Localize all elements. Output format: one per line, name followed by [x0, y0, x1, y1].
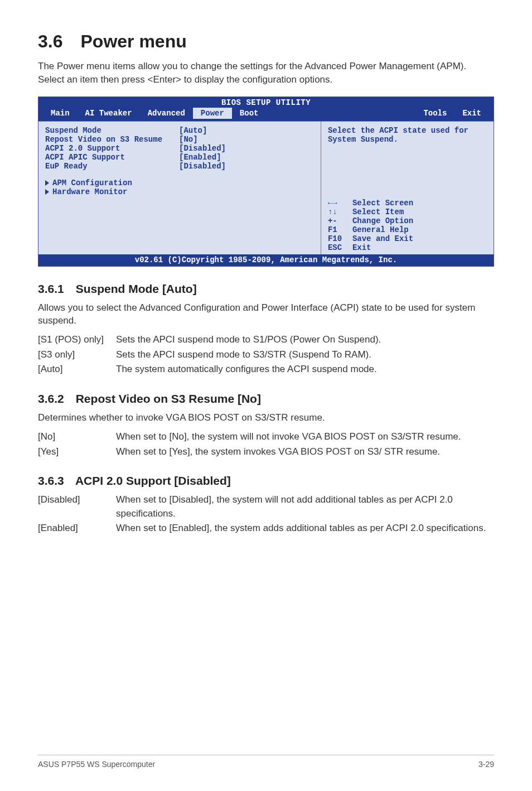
bios-footer: v02.61 (C)Copyright 1985-2009, American …: [38, 254, 494, 266]
bios-tab-main: Main: [43, 108, 78, 119]
help-row: ←→Select Screen: [328, 199, 488, 208]
triangle-icon: [45, 189, 49, 195]
bios-item-value: [Disabled]: [179, 162, 226, 171]
bios-item-repost: Repost Video on S3 Resume [No]: [45, 135, 315, 144]
bios-submenu-hw: Hardware Monitor: [45, 187, 315, 196]
opt-key: [Yes]: [38, 445, 116, 459]
help-row: ESCExit: [328, 243, 488, 252]
opt-key: [S1 (POS) only]: [38, 333, 116, 347]
bios-tab-exit: Exit: [454, 108, 489, 119]
page-title: 3.6 Power menu: [38, 31, 494, 52]
triangle-icon: [45, 180, 49, 186]
bios-submenu-label: Hardware Monitor: [52, 187, 127, 196]
bios-help-keys: ←→Select Screen ↑↓Select Item +-Change O…: [328, 199, 488, 252]
opt-disabled: [Disabled]When set to [Disabled], the sy…: [38, 493, 494, 520]
footer-left: ASUS P7P55 WS Supercomputer: [38, 760, 155, 769]
help-key: ESC: [328, 243, 352, 252]
bios-tab-tools: Tools: [415, 108, 454, 119]
bios-tab-advanced: Advanced: [140, 108, 193, 119]
opt-val: The system automatically configures the …: [116, 363, 494, 377]
bios-item-value: [Disabled]: [179, 144, 226, 153]
para-362: Determines whether to invoke VGA BIOS PO…: [38, 411, 494, 425]
help-key: +-: [328, 216, 352, 225]
bios-submenu-label: APM Configuration: [52, 179, 132, 187]
bios-item-label: Repost Video on S3 Resume: [45, 135, 179, 144]
bios-header: BIOS SETUP UTILITY: [38, 97, 494, 108]
tab-spacer: [266, 108, 415, 119]
bios-help-description: Select the ACPI state used for System Su…: [328, 126, 488, 144]
bios-tab-row: Main AI Tweaker Advanced Power Boot Tool…: [38, 108, 494, 121]
bios-item-label: EuP Ready: [45, 162, 179, 171]
opt-val: Sets the APCI suspend mode to S1/POS (Po…: [116, 333, 494, 347]
help-value: Select Screen: [352, 199, 413, 208]
bios-item-eup: EuP Ready [Disabled]: [45, 162, 315, 171]
help-value: Select Item: [352, 208, 404, 216]
opt-key: [Enabled]: [38, 522, 116, 536]
bios-item-label: Suspend Mode: [45, 126, 179, 135]
opt-val: Sets the APCI suspend mode to S3/STR (Su…: [116, 348, 494, 362]
heading-363: 3.6.3 ACPI 2.0 Support [Disabled]: [38, 474, 494, 488]
bios-item-label: ACPI APIC Support: [45, 153, 179, 162]
bios-item-value: [Enabled]: [179, 153, 221, 162]
help-key: ↑↓: [328, 208, 352, 216]
intro-text: The Power menu items allow you to change…: [38, 60, 494, 86]
help-row: F1General Help: [328, 225, 488, 234]
help-row: F10Save and Exit: [328, 234, 488, 243]
bios-item-value: [No]: [179, 135, 198, 144]
bios-submenu-apm: APM Configuration: [45, 179, 315, 187]
help-key: F10: [328, 234, 352, 243]
bios-body: Suspend Mode [Auto] Repost Video on S3 R…: [38, 121, 494, 254]
heading-362: 3.6.2 Repost Video on S3 Resume [No]: [38, 392, 494, 406]
opt-auto: [Auto]The system automatically configure…: [38, 363, 494, 377]
help-key: F1: [328, 225, 352, 234]
para-361: Allows you to select the Advanced Config…: [38, 301, 494, 328]
bios-submenu-group: APM Configuration Hardware Monitor: [45, 179, 315, 196]
bios-item-value: [Auto]: [179, 126, 207, 135]
footer-right: 3-29: [478, 760, 494, 769]
bios-item-acpi20: ACPI 2.0 Support [Disabled]: [45, 144, 315, 153]
help-row: ↑↓Select Item: [328, 208, 488, 216]
opt-yes: [Yes]When set to [Yes], the system invok…: [38, 445, 494, 459]
opt-s1pos: [S1 (POS) only]Sets the APCI suspend mod…: [38, 333, 494, 347]
opt-key: [No]: [38, 430, 116, 444]
bios-screenshot: BIOS SETUP UTILITY Main AI Tweaker Advan…: [38, 97, 494, 267]
help-row: +-Change Option: [328, 216, 488, 225]
opt-enabled: [Enabled]When set to [Enabled], the syst…: [38, 522, 494, 536]
opt-key: [Auto]: [38, 363, 116, 377]
opt-val: When set to [Yes], the system invokes VG…: [116, 445, 494, 459]
opt-key: [S3 only]: [38, 348, 116, 362]
bios-left-pane: Suspend Mode [Auto] Repost Video on S3 R…: [38, 122, 321, 254]
opt-s3only: [S3 only]Sets the APCI suspend mode to S…: [38, 348, 494, 362]
heading-361: 3.6.1 Suspend Mode [Auto]: [38, 282, 494, 296]
page-footer: ASUS P7P55 WS Supercomputer 3-29: [38, 755, 494, 769]
bios-tab-power: Power: [193, 108, 232, 119]
opt-val: When set to [Enabled], the system adds a…: [116, 522, 494, 536]
help-value: Save and Exit: [352, 234, 413, 243]
help-value: Change Option: [352, 216, 413, 225]
opt-val: When set to [No], the system will not in…: [116, 430, 494, 444]
bios-item-suspend: Suspend Mode [Auto]: [45, 126, 315, 135]
opt-no: [No]When set to [No], the system will no…: [38, 430, 494, 444]
opt-key: [Disabled]: [38, 493, 116, 520]
bios-tab-ai: AI Tweaker: [78, 108, 140, 119]
bios-item-acpi-apic: ACPI APIC Support [Enabled]: [45, 153, 315, 162]
help-value: Exit: [352, 243, 371, 252]
bios-tab-boot: Boot: [232, 108, 267, 119]
opt-val: When set to [Disabled], the system will …: [116, 493, 494, 520]
bios-right-pane: Select the ACPI state used for System Su…: [321, 122, 494, 254]
bios-item-label: ACPI 2.0 Support: [45, 144, 179, 153]
help-key: ←→: [328, 199, 352, 208]
help-value: General Help: [352, 225, 409, 234]
